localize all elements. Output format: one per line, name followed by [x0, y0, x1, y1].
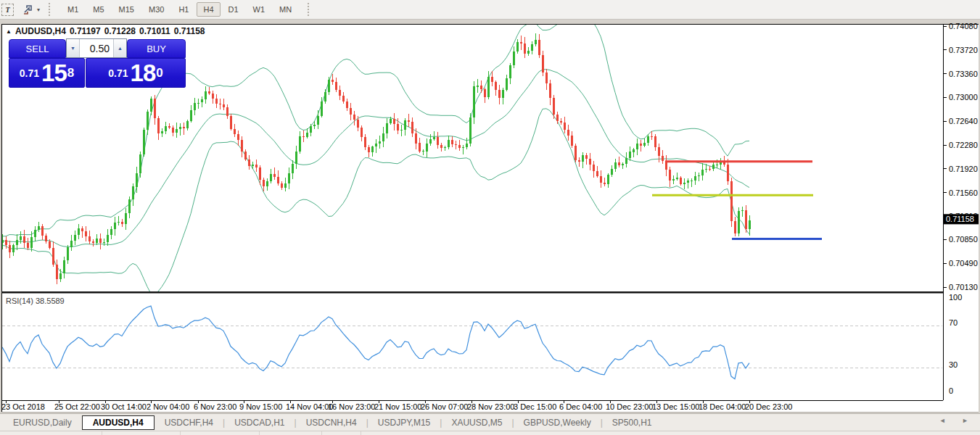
- rsi-name: RSI(14): [6, 297, 33, 305]
- price-tick-label: 0.73000: [949, 93, 978, 102]
- status-separator: [259, 431, 260, 435]
- tab-sp500-h1[interactable]: SP500,H1: [604, 415, 661, 430]
- time-tick-label: 13 Dec 15:00: [652, 402, 699, 411]
- toolbar-grip-right: [308, 3, 312, 16]
- tab-usdcad-h1[interactable]: USDCAD,H1: [226, 415, 293, 430]
- ohlc-high: 0.71228: [104, 26, 136, 36]
- ohlc-open: 0.71197: [70, 26, 101, 36]
- tab-xauusd-m5[interactable]: XAUUSD,M5: [442, 415, 511, 430]
- timeframe-button-w1[interactable]: W1: [247, 2, 272, 17]
- price-tick-label: 0.70490: [949, 259, 978, 268]
- rsi-tick-label: 30: [949, 360, 958, 369]
- sell-button[interactable]: SELL: [9, 39, 66, 58]
- timeframe-button-h1[interactable]: H1: [172, 2, 195, 17]
- volume-decrease-button[interactable]: ▼: [67, 39, 80, 57]
- timeframe-button-h4[interactable]: H4: [197, 2, 220, 17]
- symbol-tab-bar: EURUSD,DailyAUDUSD,H4USDCHF,H4|USDCAD,H1…: [0, 413, 980, 431]
- status-separator: [321, 431, 322, 435]
- status-bar: [0, 431, 980, 435]
- price-tick-label: 0.71560: [949, 188, 978, 197]
- time-tick-label: 10 Dec 23:00: [606, 402, 653, 411]
- timeframe-button-m15[interactable]: M15: [112, 2, 141, 17]
- time-tick-label: 25 Oct 22:00: [54, 402, 100, 411]
- timeframe-button-m1[interactable]: M1: [61, 2, 85, 17]
- tab-scroll-right-icon[interactable]: ►: [962, 417, 976, 424]
- time-tick-label: 9 Nov 15:00: [239, 402, 282, 411]
- ohlc-low: 0.71011: [139, 26, 170, 36]
- time-tick-label: 20 Dec 23:00: [745, 402, 792, 411]
- status-separator: [102, 431, 102, 435]
- tab-audusd-h4[interactable]: AUDUSD,H4: [82, 415, 155, 430]
- price-tick-label: 0.72280: [949, 141, 978, 149]
- buy-button[interactable]: BUY: [127, 39, 186, 58]
- timeframe-button-mn[interactable]: MN: [273, 2, 298, 17]
- one-click-trade-panel: SELL ▼ ▲ BUY 0.71 15 8 0.71 18 0: [7, 38, 186, 86]
- rsi-value: 38.5589: [36, 297, 65, 305]
- tab-gbpusd-weekly[interactable]: GBPUSD,Weekly: [515, 415, 600, 430]
- price-tick-label: 0.72640: [949, 117, 978, 125]
- time-tick-label: 28 Nov 23:00: [467, 402, 514, 411]
- time-tick-label: 23 Oct 2018: [1, 402, 45, 411]
- current-price-tag-label: 0.71158: [946, 215, 974, 223]
- time-tick-label: 16 Nov 23:00: [328, 402, 375, 411]
- rsi-tick-label: 0: [949, 386, 953, 395]
- time-tick-label: 18 Dec 04:00: [699, 402, 746, 411]
- tab-scroll-left-icon[interactable]: ◄: [939, 417, 953, 424]
- pane-divider[interactable]: [1, 291, 943, 294]
- time-tick-label: 26 Nov 07:00: [421, 402, 468, 411]
- time-tick-label: 30 Oct 14:00: [101, 402, 147, 411]
- timeframe-button-d1[interactable]: D1: [222, 2, 245, 17]
- arrows-tool-button[interactable]: ▾: [22, 4, 40, 15]
- price-tick-label: 0.73360: [949, 70, 978, 78]
- text-tool-icon[interactable]: T: [1, 4, 14, 16]
- price-tick-label: 0.74080: [949, 22, 978, 30]
- timeframe-button-m30[interactable]: M30: [142, 2, 170, 17]
- tab-usdjpy-m15[interactable]: USDJPY,M15: [369, 415, 439, 430]
- sell-price-main: 15: [41, 61, 67, 86]
- timeframe-button-m5[interactable]: M5: [86, 2, 110, 17]
- chart-title: ▲ AUDUSD,H4 0.71197 0.71228 0.71011 0.71…: [6, 26, 205, 36]
- buy-price-button[interactable]: 0.71 18 0: [86, 58, 186, 88]
- symbol-tabs: EURUSD,DailyAUDUSD,H4USDCHF,H4|USDCAD,H1…: [4, 415, 661, 430]
- toolbar-grip: [49, 3, 53, 16]
- time-tick-label: 21 Nov 15:00: [374, 402, 421, 411]
- sell-price-pip: 8: [67, 66, 74, 80]
- top-toolbar: T ▾ M1M5M15M30H1H4D1W1MN: [0, 0, 980, 20]
- buy-price-prefix: 0.71: [108, 67, 128, 79]
- price-tick-label: 0.70130: [949, 283, 978, 291]
- tab-eurusd-daily[interactable]: EURUSD,Daily: [4, 415, 81, 430]
- sell-price-prefix: 0.71: [20, 67, 39, 79]
- time-tick-label: 14 Nov 04:00: [286, 402, 333, 411]
- rsi-tick-label: 70: [949, 318, 958, 327]
- tab-usdcnh-h4[interactable]: USDCNH,H4: [297, 415, 366, 430]
- arrows-icon: [22, 4, 34, 15]
- buy-price-main: 18: [131, 61, 156, 86]
- time-tick-label: 6 Nov 23:00: [194, 402, 236, 411]
- status-separator: [180, 431, 181, 435]
- time-axis: 23 Oct 201825 Oct 22:0030 Oct 14:002 Nov…: [1, 400, 792, 411]
- tab-scroll-arrows: ◄ ►: [939, 417, 976, 424]
- price-tick-label: 0.71920: [949, 165, 978, 173]
- volume-stepper: ▼ ▲: [66, 38, 127, 58]
- status-separator: [361, 431, 361, 435]
- price-tick-label: 0.70850: [949, 235, 978, 244]
- sell-price-button[interactable]: 0.71 15 8: [9, 58, 85, 88]
- timeframe-button-row: M1M5M15M30H1H4D1W1MN: [60, 2, 299, 17]
- time-tick-label: 6 Dec 04:00: [559, 402, 602, 411]
- volume-increase-button[interactable]: ▲: [113, 39, 126, 57]
- buy-price-pip: 0: [156, 66, 162, 80]
- collapse-panel-icon[interactable]: ▲: [6, 28, 12, 35]
- tab-usdchf-h4[interactable]: USDCHF,H4: [156, 415, 222, 430]
- time-tick-label: 3 Dec 15:00: [514, 402, 556, 411]
- time-tick-label: 2 Nov 04:00: [147, 402, 189, 411]
- chart-symbol-label: AUDUSD,H4: [15, 26, 66, 36]
- ohlc-close: 0.71158: [174, 26, 205, 36]
- rsi-indicator-label: RSI(14) 38.5589: [6, 297, 65, 305]
- price-tick-label: 0.73720: [949, 46, 978, 54]
- chevron-down-icon: ▾: [37, 7, 40, 13]
- volume-input[interactable]: [80, 39, 113, 57]
- rsi-tick-label: 100: [949, 293, 962, 302]
